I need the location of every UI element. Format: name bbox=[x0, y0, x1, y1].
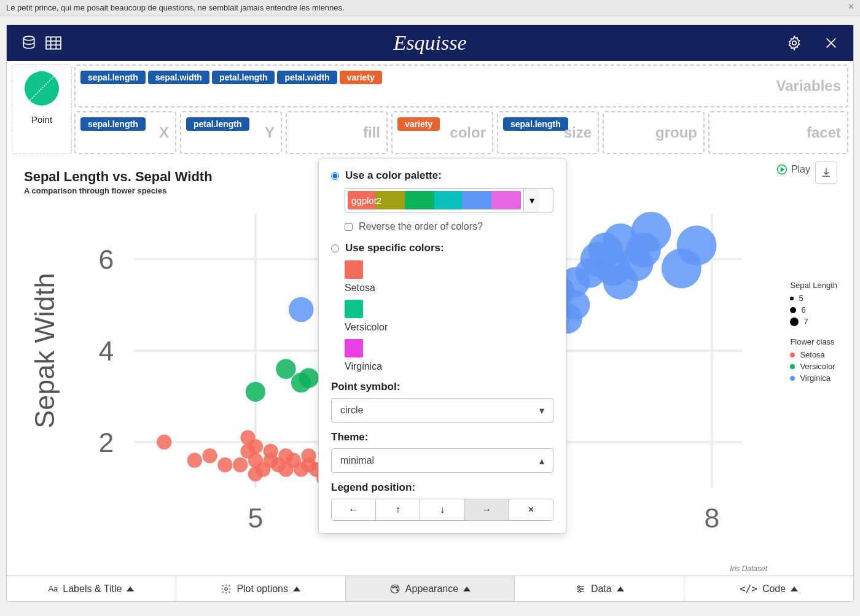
svg-point-102 bbox=[394, 586, 396, 587]
svg-point-41 bbox=[301, 448, 316, 463]
svg-point-108 bbox=[577, 585, 579, 587]
palette-select[interactable]: ggplot2 ▾ bbox=[345, 188, 553, 212]
svg-text:8: 8 bbox=[704, 503, 719, 533]
variable-pill[interactable]: sepal.width bbox=[148, 71, 209, 84]
aes-y-dropzone[interactable]: Ypetal.length bbox=[180, 111, 282, 154]
svg-text:4: 4 bbox=[98, 336, 114, 366]
svg-text:2: 2 bbox=[98, 427, 114, 458]
palette-name: ggplot2 bbox=[351, 195, 381, 206]
settings-icon[interactable] bbox=[782, 31, 807, 55]
app-frame: Esquisse Point Variables sepal.lengthsep… bbox=[6, 25, 854, 602]
geom-selector[interactable]: Point bbox=[12, 64, 72, 154]
color-swatch[interactable] bbox=[345, 260, 363, 279]
svg-point-22 bbox=[157, 435, 171, 450]
svg-rect-1 bbox=[46, 37, 61, 49]
legend-pos-none[interactable]: × bbox=[509, 499, 553, 520]
download-button[interactable] bbox=[815, 162, 837, 184]
legend-pos-right[interactable]: → bbox=[465, 499, 509, 520]
tab-plot-options[interactable]: Plot options bbox=[176, 576, 346, 601]
legend-size-item: 6 bbox=[790, 305, 837, 314]
color-swatch[interactable] bbox=[345, 300, 363, 318]
app-title: Esquisse bbox=[394, 31, 467, 55]
chevron-up-icon: ▴ bbox=[539, 455, 544, 467]
svg-point-0 bbox=[23, 36, 34, 40]
table-icon[interactable] bbox=[41, 31, 66, 55]
legend-color-title: Flower class bbox=[790, 337, 837, 346]
window-close-icon[interactable]: × bbox=[848, 1, 854, 12]
svg-point-103 bbox=[396, 587, 397, 588]
tab-data[interactable]: Data bbox=[515, 576, 684, 601]
svg-text:5: 5 bbox=[248, 503, 263, 533]
theme-select[interactable]: minimal▴ bbox=[331, 448, 553, 473]
color-swatch[interactable] bbox=[345, 339, 363, 357]
use-palette-radio[interactable] bbox=[331, 172, 339, 180]
legend-color-item: Setosa bbox=[790, 350, 837, 359]
aes-x-dropzone[interactable]: Xsepal.length bbox=[74, 111, 176, 154]
svg-point-24 bbox=[202, 448, 217, 463]
svg-point-34 bbox=[263, 443, 278, 458]
use-specific-radio[interactable] bbox=[331, 244, 339, 252]
tab-appearance[interactable]: Appearance bbox=[346, 576, 515, 601]
variables-dz-label: Variables bbox=[776, 77, 841, 95]
svg-point-98 bbox=[677, 225, 717, 265]
svg-point-57 bbox=[246, 382, 265, 402]
svg-point-79 bbox=[289, 297, 314, 322]
variable-pill[interactable]: sepal.length bbox=[503, 117, 568, 131]
bottom-tabs: AaLabels & Title Plot options Appearance… bbox=[7, 575, 853, 601]
use-palette-label: Use a color palette: bbox=[345, 170, 442, 182]
reverse-colors-label: Reverse the order of colors? bbox=[359, 221, 483, 232]
legend-size-title: Sepal Length bbox=[790, 281, 837, 290]
aes-facet-dropzone[interactable]: facet bbox=[708, 111, 848, 154]
swatch-label: Setosa bbox=[345, 283, 553, 294]
aes-size-dropzone[interactable]: sizesepal.length bbox=[497, 111, 599, 154]
variables-dropzone[interactable]: Variables sepal.lengthsepal.widthpetal.l… bbox=[74, 64, 848, 107]
point-symbol-label: Point symbol: bbox=[331, 381, 553, 393]
aes-fill-dropzone[interactable]: fill bbox=[286, 111, 388, 154]
tab-labels-title[interactable]: AaLabels & Title bbox=[7, 576, 176, 601]
legend-pos-bottom[interactable]: ↓ bbox=[420, 499, 464, 520]
geom-label: Point bbox=[31, 114, 52, 125]
point-symbol-select[interactable]: circle▾ bbox=[331, 398, 553, 423]
svg-point-96 bbox=[631, 212, 671, 252]
geom-point-icon bbox=[25, 71, 59, 106]
app-header: Esquisse bbox=[7, 25, 853, 61]
svg-point-60 bbox=[299, 368, 318, 388]
variable-pill[interactable]: variety bbox=[397, 117, 440, 131]
legend-position-buttons: ← ↑ ↓ → × bbox=[331, 499, 553, 521]
play-label: Play bbox=[791, 164, 810, 175]
variables-area: Point Variables sepal.lengthsepal.widthp… bbox=[7, 61, 853, 158]
legend-size-item: 5 bbox=[790, 294, 837, 303]
legend-color-item: Versicolor bbox=[790, 362, 837, 371]
data-source-icon[interactable] bbox=[17, 31, 41, 55]
window-title: Le petit prince, qui me posait beaucoup … bbox=[6, 3, 345, 12]
variable-pill[interactable]: petal.length bbox=[186, 117, 249, 131]
svg-point-6 bbox=[792, 41, 797, 45]
variable-pill[interactable]: sepal.length bbox=[80, 71, 146, 84]
variable-pill[interactable]: petal.width bbox=[277, 71, 337, 84]
svg-point-31 bbox=[248, 439, 263, 454]
variable-pill[interactable]: variety bbox=[340, 71, 382, 84]
svg-text:Sepak Width: Sepak Width bbox=[29, 273, 60, 428]
aes-group-dropzone[interactable]: group bbox=[603, 111, 705, 154]
chart-caption: Iris Dataset bbox=[730, 564, 767, 573]
legend-panel: Sepal Length 567 Flower class SetosaVers… bbox=[790, 281, 837, 385]
svg-point-23 bbox=[187, 453, 202, 467]
close-icon[interactable] bbox=[819, 31, 843, 55]
tab-code[interactable]: </>Code bbox=[684, 576, 853, 601]
legend-pos-top[interactable]: ↑ bbox=[376, 499, 420, 520]
variable-pill[interactable]: petal.length bbox=[212, 71, 275, 84]
svg-point-104 bbox=[397, 589, 398, 590]
appearance-popover: Use a color palette: ggplot2 ▾ Reverse t… bbox=[318, 158, 566, 534]
svg-point-110 bbox=[579, 590, 580, 592]
legend-pos-left[interactable]: ← bbox=[332, 499, 376, 520]
svg-point-58 bbox=[276, 359, 295, 378]
play-button[interactable]: Play bbox=[776, 164, 810, 175]
legend-color-item: Virginica bbox=[790, 373, 837, 383]
window-titlebar: Le petit prince, qui me posait beaucoup … bbox=[0, 0, 860, 16]
variable-pill[interactable]: sepal.length bbox=[80, 117, 146, 131]
legend-size-item: 7 bbox=[790, 317, 837, 326]
svg-point-25 bbox=[217, 458, 232, 472]
chevron-down-icon: ▾ bbox=[523, 189, 539, 212]
aes-color-dropzone[interactable]: colorvariety bbox=[391, 111, 493, 154]
reverse-colors-checkbox[interactable] bbox=[345, 223, 353, 231]
